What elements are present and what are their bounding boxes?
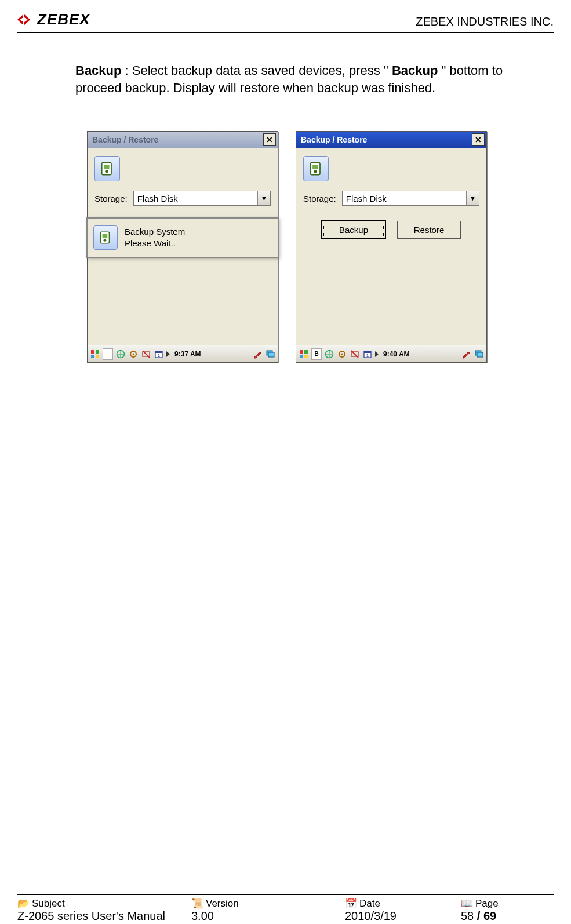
date-value: 2010/3/19 [345, 910, 461, 923]
svg-point-4 [105, 170, 108, 173]
page-header: ZEBEX ZEBEX INDUSTRIES INC. [17, 10, 554, 33]
dialog-disk-icon [93, 225, 118, 250]
version-label: Version [206, 898, 239, 910]
svg-point-7 [104, 239, 107, 242]
chevron-down-icon[interactable]: ▼ [257, 191, 270, 205]
close-icon: ✕ [266, 135, 273, 144]
page-sep: / [474, 910, 483, 922]
screenshots-row: Backup / Restore ✕ Storage: Flash Disk ▼ [87, 131, 554, 363]
tray-expand-icon[interactable] [375, 351, 379, 357]
window-title: Backup / Restore [301, 135, 367, 144]
svg-rect-10 [91, 355, 94, 358]
taskbar: B 1 9:40 AM [296, 345, 486, 362]
svg-rect-23 [312, 165, 318, 169]
calendar-icon[interactable]: 1 [154, 349, 164, 359]
globe-icon[interactable] [115, 349, 126, 359]
pen-icon[interactable] [252, 349, 263, 359]
storage-label: Storage: [303, 194, 336, 203]
body-text-1: : Select backup data as saved devices, p… [121, 63, 391, 78]
bold-backup-2: Backup [392, 63, 438, 78]
logo-text: ZEBEX [37, 10, 90, 28]
svg-marker-1 [24, 14, 30, 25]
storage-combo[interactable]: Flash Disk ▼ [342, 191, 479, 206]
taskbar-clock[interactable]: 9:37 AM [174, 350, 201, 358]
close-button[interactable]: ✕ [263, 133, 276, 146]
window-backup-restore: Backup / Restore ✕ Storage: Flash Disk ▼ [296, 131, 487, 363]
svg-rect-11 [96, 355, 99, 358]
svg-text:1: 1 [366, 353, 369, 357]
start-icon[interactable] [299, 349, 309, 359]
svg-rect-8 [91, 350, 94, 354]
restore-button[interactable]: Restore [397, 221, 461, 239]
titlebar: Backup / Restore ✕ [296, 132, 486, 148]
svg-rect-27 [300, 355, 303, 358]
taskbar-slot[interactable] [103, 348, 113, 360]
svg-rect-26 [304, 350, 308, 354]
page-total: 69 [483, 910, 496, 922]
date-label: Date [359, 898, 380, 910]
taskbar-slot[interactable]: B [311, 348, 322, 360]
page-value: 58 / 69 [461, 910, 554, 923]
backup-button[interactable]: Backup [322, 221, 385, 239]
storage-field: Storage: Flash Disk ▼ [303, 191, 479, 206]
subject-label: Subject [32, 898, 65, 910]
svg-point-24 [314, 170, 317, 173]
storage-field: Storage: Flash Disk ▼ [94, 191, 271, 206]
subject-value: Z-2065 series User's Manual [17, 910, 191, 923]
calendar-icon[interactable]: 1 [362, 349, 373, 359]
window-title: Backup / Restore [92, 135, 158, 144]
company-name: ZEBEX INDUSTRIES INC. [416, 15, 554, 28]
storage-value: Flash Disk [134, 194, 257, 203]
footer-grid: 📂Subject Z-2065 series User's Manual 📜Ve… [17, 894, 554, 923]
settings-icon[interactable] [128, 349, 139, 359]
start-icon[interactable] [90, 349, 100, 359]
footer-date: 📅Date 2010/3/19 [345, 897, 461, 923]
tray-expand-icon[interactable] [166, 351, 170, 357]
svg-point-31 [341, 353, 343, 355]
close-icon: ✕ [475, 135, 482, 144]
svg-text:1: 1 [158, 353, 160, 357]
footer-page: 📖Page 58 / 69 [461, 897, 554, 923]
svg-rect-38 [477, 352, 483, 357]
footer-version: 📜Version 3.00 [191, 897, 319, 923]
close-button[interactable]: ✕ [472, 133, 485, 146]
taskbar: 1 9:37 AM [88, 345, 278, 362]
version-value: 3.00 [191, 910, 319, 923]
calendar-footer-icon: 📅 [345, 897, 357, 910]
backup-app-icon [94, 156, 120, 181]
dialog-line1: Backup System [125, 226, 185, 238]
window-backup-progress: Backup / Restore ✕ Storage: Flash Disk ▼ [87, 131, 278, 363]
storage-combo[interactable]: Flash Disk ▼ [133, 191, 271, 206]
bold-backup-1: Backup [75, 63, 121, 78]
svg-rect-21 [268, 352, 274, 357]
pen-icon[interactable] [461, 349, 471, 359]
system-tray [252, 349, 275, 359]
page-label: Page [475, 898, 499, 910]
chevron-down-icon[interactable]: ▼ [466, 191, 479, 205]
storage-value: Flash Disk [343, 194, 466, 203]
svg-rect-6 [103, 234, 108, 238]
window-client: Storage: Flash Disk ▼ Backup System Plea… [88, 148, 278, 345]
svg-rect-9 [96, 350, 99, 354]
settings-icon[interactable] [337, 349, 347, 359]
svg-rect-28 [304, 355, 308, 358]
storage-label: Storage: [94, 194, 128, 203]
backup-app-icon [303, 156, 329, 181]
windows-icon[interactable] [265, 349, 275, 359]
svg-rect-25 [300, 350, 303, 354]
logo: ZEBEX [17, 10, 90, 28]
network-disabled-icon[interactable] [141, 349, 151, 359]
taskbar-clock[interactable]: 9:40 AM [383, 350, 410, 358]
book-icon: 📖 [461, 897, 473, 910]
svg-marker-0 [17, 14, 23, 25]
page-footer: 📂Subject Z-2065 series User's Manual 📜Ve… [17, 894, 554, 923]
windows-icon[interactable] [474, 349, 484, 359]
dialog-text: Backup System Please Wait.. [125, 226, 185, 250]
page-current: 58 [461, 910, 474, 922]
globe-icon[interactable] [324, 349, 334, 359]
button-row: Backup Restore [303, 221, 479, 239]
system-tray [461, 349, 484, 359]
network-disabled-icon[interactable] [350, 349, 360, 359]
folder-icon: 📂 [17, 897, 30, 910]
logo-arrows-icon [17, 13, 35, 26]
